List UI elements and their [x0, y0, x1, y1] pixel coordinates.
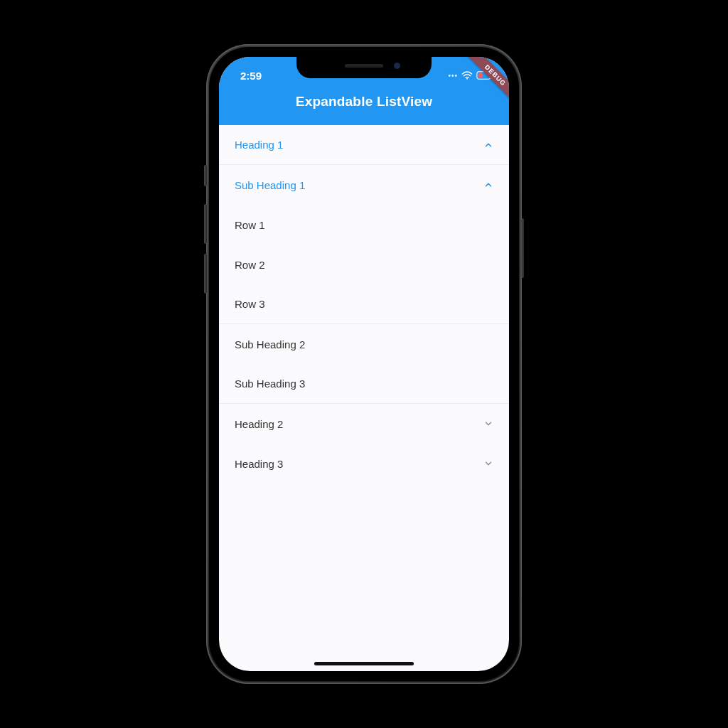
heading-label: Heading 3	[235, 458, 481, 470]
heading-2[interactable]: Heading 2	[219, 404, 509, 444]
side-button	[204, 165, 207, 186]
chevron-down-icon	[481, 459, 496, 469]
heading-3[interactable]: Heading 3	[219, 444, 509, 483]
screen: DEBUG 2:59 •••	[219, 57, 509, 671]
side-button	[521, 218, 524, 278]
chevron-down-icon	[481, 419, 496, 429]
row-label: Row 1	[235, 219, 496, 231]
home-indicator[interactable]	[314, 662, 414, 665]
list-item[interactable]: Row 3	[219, 284, 509, 324]
heading-1[interactable]: Heading 1	[219, 125, 509, 165]
heading-label: Heading 1	[235, 139, 481, 151]
status-time: 2:59	[240, 70, 262, 82]
chevron-up-icon	[481, 180, 496, 190]
list-item[interactable]: Row 2	[219, 245, 509, 284]
page-title: Expandable ListView	[219, 94, 509, 109]
side-button	[204, 204, 207, 244]
stage: DEBUG 2:59 •••	[0, 0, 728, 728]
heading-label: Heading 2	[235, 418, 481, 430]
list-item[interactable]: Row 1	[219, 205, 509, 245]
row-label: Row 2	[235, 259, 496, 271]
sub-heading-1[interactable]: Sub Heading 1	[219, 165, 509, 205]
sub-heading-label: Sub Heading 3	[235, 378, 496, 390]
row-label: Row 3	[235, 298, 496, 310]
svg-rect-3	[478, 73, 483, 78]
signal-icon: •••	[448, 72, 458, 80]
sub-heading-label: Sub Heading 2	[235, 338, 496, 350]
sub-heading-label: Sub Heading 1	[235, 179, 481, 191]
side-button	[204, 254, 207, 294]
chevron-up-icon	[481, 140, 496, 150]
notch	[296, 57, 432, 78]
expandable-list[interactable]: Heading 1 Sub Heading 1 Row 1	[219, 125, 509, 483]
wifi-icon	[461, 71, 473, 80]
sub-heading-3[interactable]: Sub Heading 3	[219, 364, 509, 404]
svg-point-0	[466, 78, 468, 80]
phone-frame: DEBUG 2:59 •••	[206, 44, 522, 684]
sub-heading-2[interactable]: Sub Heading 2	[219, 324, 509, 364]
